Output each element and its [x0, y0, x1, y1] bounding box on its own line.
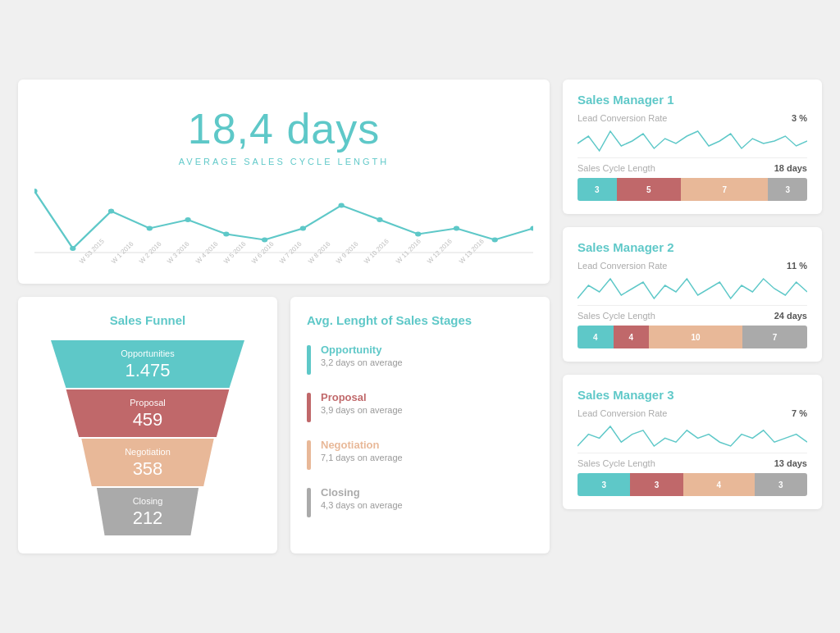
manager-title: Sales Manager 2	[578, 240, 807, 254]
avg-stage-desc: 3,9 days on average	[321, 405, 403, 415]
funnel-item-label: Proposal	[130, 398, 165, 408]
bar-segment: 7	[742, 326, 807, 348]
cycle-row: Sales Cycle Length 13 days	[578, 458, 807, 468]
divider	[578, 453, 807, 453]
funnel-item: Proposal 459	[57, 389, 239, 437]
avg-stages-card: Avg. Lenght of Sales Stages Opportunity …	[290, 297, 550, 553]
avg-stage-indicator	[307, 440, 311, 470]
avg-stages-list: Opportunity 3,2 days on average Proposal…	[307, 344, 533, 517]
cycle-value: 18 days	[774, 163, 807, 173]
avg-stage-name: Proposal	[321, 391, 403, 403]
avg-stage-indicator	[307, 488, 311, 517]
stacked-bar: 3343	[578, 473, 807, 496]
dashboard: 18,4 days Average Sales Cycle Length W 5…	[18, 80, 822, 553]
conversion-row: Lead Conversion Rate 7 %	[578, 408, 807, 418]
avg-stage-indicator	[307, 393, 311, 422]
manager-card-2: Sales Manager 2 Lead Conversion Rate 11 …	[563, 227, 822, 362]
funnel-item: Negotiation 358	[74, 439, 221, 486]
funnel-item-label: Negotiation	[125, 447, 171, 457]
cycle-label: Sales Cycle Length	[578, 163, 655, 173]
avg-stage-item: Proposal 3,9 days on average	[307, 391, 533, 422]
avg-stage-desc: 7,1 days on average	[321, 453, 403, 462]
funnel-card: Sales Funnel Opportunities 1.475 Proposa…	[18, 297, 277, 553]
funnel-item-label: Closing	[133, 496, 163, 506]
managers-column: Sales Manager 1 Lead Conversion Rate 3 %…	[563, 80, 822, 553]
conversion-row: Lead Conversion Rate 3 %	[578, 113, 807, 123]
svg-point-7	[262, 238, 267, 243]
stacked-bar: 3573	[578, 178, 807, 201]
divider	[578, 157, 807, 158]
svg-point-1	[34, 189, 38, 194]
svg-point-9	[339, 203, 345, 208]
svg-point-10	[377, 217, 382, 222]
conversion-value: 7 %	[792, 408, 807, 418]
cycle-row: Sales Cycle Length 18 days	[578, 163, 807, 173]
conversion-value: 3 %	[792, 113, 807, 123]
main-metric-subtitle: Average Sales Cycle Length	[179, 157, 389, 166]
cycle-value: 13 days	[774, 458, 807, 468]
avg-stage-name: Negotiation	[321, 439, 403, 451]
bar-segment: 3	[578, 178, 617, 201]
bar-segment: 10	[649, 326, 742, 348]
funnel-item-value: 358	[133, 458, 163, 480]
conversion-label: Lead Conversion Rate	[578, 113, 667, 123]
manager-title: Sales Manager 1	[578, 93, 807, 107]
svg-point-11	[415, 232, 421, 237]
bar-segment: 3	[755, 473, 807, 496]
funnel-item: Opportunities 1.475	[40, 340, 255, 388]
main-metric-value: 18,4 days	[188, 104, 381, 153]
manager-card-3: Sales Manager 3 Lead Conversion Rate 7 %…	[563, 375, 822, 509]
divider	[578, 305, 807, 306]
bar-segment: 4	[578, 326, 614, 348]
avg-stage-item: Negotiation 7,1 days on average	[307, 439, 533, 470]
funnel-item-label: Opportunities	[121, 348, 174, 358]
cycle-label: Sales Cycle Length	[578, 458, 655, 468]
funnel-item: Closing 212	[91, 488, 204, 535]
svg-point-5	[185, 217, 190, 222]
sparkline	[578, 276, 807, 300]
funnel-item-value: 1.475	[125, 360, 170, 381]
svg-point-4	[147, 226, 153, 231]
avg-stage-name: Opportunity	[321, 344, 403, 356]
conversion-row: Lead Conversion Rate 11 %	[578, 261, 807, 271]
avg-stage-item: Closing 4,3 days on average	[307, 486, 533, 517]
svg-point-6	[223, 232, 229, 237]
bar-segment: 3	[768, 178, 807, 201]
manager-card-1: Sales Manager 1 Lead Conversion Rate 3 %…	[563, 80, 822, 214]
svg-point-12	[454, 226, 459, 231]
conversion-label: Lead Conversion Rate	[578, 261, 667, 271]
cycle-value: 24 days	[774, 311, 807, 321]
funnel-container: Opportunities 1.475 Proposal 459 Negotia…	[34, 340, 261, 537]
bar-segment: 3	[630, 473, 682, 496]
funnel-title: Sales Funnel	[110, 313, 186, 327]
svg-point-2	[70, 246, 75, 251]
avg-stage-desc: 4,3 days on average	[321, 500, 403, 510]
cycle-row: Sales Cycle Length 24 days	[578, 311, 807, 321]
bar-segment: 4	[614, 326, 650, 348]
bar-segment: 7	[681, 178, 768, 201]
svg-point-13	[492, 238, 498, 243]
avg-stages-title: Avg. Lenght of Sales Stages	[307, 313, 533, 327]
bar-segment: 5	[617, 178, 681, 201]
cycle-label: Sales Cycle Length	[578, 311, 655, 321]
avg-stage-item: Opportunity 3,2 days on average	[307, 344, 533, 375]
manager-title: Sales Manager 3	[578, 388, 807, 402]
sparkline	[578, 128, 807, 153]
stacked-bar: 44107	[578, 326, 807, 348]
conversion-value: 11 %	[787, 261, 807, 271]
svg-point-14	[530, 226, 533, 231]
svg-point-3	[108, 209, 114, 214]
avg-stage-name: Closing	[321, 486, 403, 499]
avg-stage-desc: 3,2 days on average	[321, 357, 403, 367]
x-axis-labels: W 53 2015W 1 2016W 2 2016W 3 2016W 4 201…	[70, 260, 498, 267]
svg-point-8	[300, 226, 306, 231]
bar-segment: 4	[683, 473, 755, 496]
main-metric-card: 18,4 days Average Sales Cycle Length W 5…	[18, 80, 550, 284]
funnel-item-value: 212	[133, 508, 163, 529]
conversion-label: Lead Conversion Rate	[578, 408, 667, 418]
sparkline	[578, 423, 807, 448]
bar-segment: 3	[578, 473, 630, 496]
avg-stage-indicator	[307, 345, 311, 375]
funnel-item-value: 459	[133, 409, 163, 430]
main-line-chart	[34, 183, 533, 257]
